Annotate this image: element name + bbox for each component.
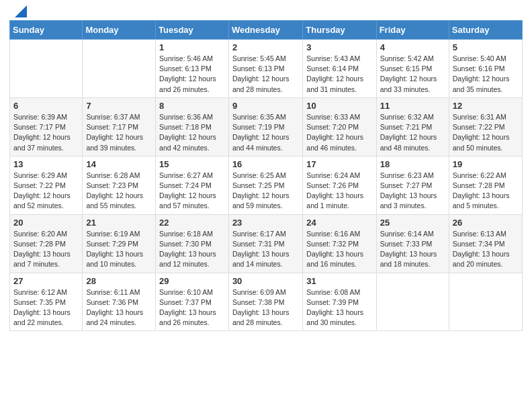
calendar-cell: 28Sunrise: 6:11 AM Sunset: 7:36 PM Dayli… [83, 273, 156, 331]
calendar-cell: 24Sunrise: 6:16 AM Sunset: 7:32 PM Dayli… [303, 214, 376, 273]
page-header [0, 0, 532, 20]
day-number: 14 [86, 159, 152, 169]
day-header-thursday: Thursday [303, 21, 376, 40]
day-info: Sunrise: 6:16 AM Sunset: 7:32 PM Dayligh… [306, 229, 372, 270]
calendar-cell: 20Sunrise: 6:20 AM Sunset: 7:28 PM Dayli… [10, 214, 83, 273]
day-info: Sunrise: 6:31 AM Sunset: 7:22 PM Dayligh… [453, 112, 519, 153]
day-number: 20 [13, 218, 79, 228]
day-number: 24 [306, 218, 372, 228]
calendar-cell: 6Sunrise: 6:39 AM Sunset: 7:17 PM Daylig… [10, 97, 83, 156]
day-info: Sunrise: 6:12 AM Sunset: 7:35 PM Dayligh… [13, 287, 79, 328]
day-header-saturday: Saturday [449, 21, 522, 40]
day-info: Sunrise: 6:08 AM Sunset: 7:39 PM Dayligh… [306, 287, 372, 328]
calendar-cell: 31Sunrise: 6:08 AM Sunset: 7:39 PM Dayli… [303, 273, 376, 331]
calendar-cell: 27Sunrise: 6:12 AM Sunset: 7:35 PM Dayli… [10, 273, 83, 331]
day-info: Sunrise: 6:09 AM Sunset: 7:38 PM Dayligh… [232, 287, 299, 328]
day-info: Sunrise: 6:33 AM Sunset: 7:20 PM Dayligh… [306, 112, 372, 153]
day-number: 9 [232, 101, 299, 111]
day-info: Sunrise: 5:40 AM Sunset: 6:16 PM Dayligh… [453, 54, 519, 95]
calendar-cell: 18Sunrise: 6:23 AM Sunset: 7:27 PM Dayli… [376, 156, 449, 214]
week-row: 1Sunrise: 5:46 AM Sunset: 6:13 PM Daylig… [10, 40, 523, 98]
day-number: 22 [159, 218, 225, 228]
calendar-cell: 26Sunrise: 6:13 AM Sunset: 7:34 PM Dayli… [449, 214, 522, 273]
calendar-cell: 23Sunrise: 6:17 AM Sunset: 7:31 PM Dayli… [228, 214, 302, 273]
day-info: Sunrise: 6:23 AM Sunset: 7:27 PM Dayligh… [380, 171, 445, 212]
calendar-cell: 12Sunrise: 6:31 AM Sunset: 7:22 PM Dayli… [449, 97, 522, 156]
day-info: Sunrise: 6:25 AM Sunset: 7:25 PM Dayligh… [232, 171, 299, 212]
calendar-cell: 19Sunrise: 6:22 AM Sunset: 7:28 PM Dayli… [449, 156, 522, 214]
day-info: Sunrise: 6:27 AM Sunset: 7:24 PM Dayligh… [159, 171, 225, 212]
day-info: Sunrise: 6:29 AM Sunset: 7:22 PM Dayligh… [13, 171, 79, 212]
day-number: 15 [159, 159, 225, 169]
day-info: Sunrise: 6:28 AM Sunset: 7:23 PM Dayligh… [86, 171, 152, 212]
day-number: 17 [306, 159, 372, 169]
day-number: 23 [232, 218, 299, 228]
day-info: Sunrise: 6:32 AM Sunset: 7:21 PM Dayligh… [380, 112, 445, 153]
calendar-cell [10, 40, 83, 98]
calendar-cell [83, 40, 156, 98]
day-info: Sunrise: 6:37 AM Sunset: 7:17 PM Dayligh… [86, 112, 152, 153]
day-info: Sunrise: 6:17 AM Sunset: 7:31 PM Dayligh… [232, 229, 299, 270]
day-number: 25 [380, 218, 445, 228]
day-number: 19 [453, 159, 519, 169]
day-info: Sunrise: 5:42 AM Sunset: 6:15 PM Dayligh… [380, 54, 445, 95]
day-number: 13 [13, 159, 79, 169]
day-info: Sunrise: 5:46 AM Sunset: 6:13 PM Dayligh… [159, 54, 225, 95]
calendar-cell: 16Sunrise: 6:25 AM Sunset: 7:25 PM Dayli… [228, 156, 302, 214]
day-number: 18 [380, 159, 445, 169]
calendar-header: SundayMondayTuesdayWednesdayThursdayFrid… [10, 21, 523, 40]
day-number: 4 [380, 42, 445, 52]
calendar-cell: 21Sunrise: 6:19 AM Sunset: 7:29 PM Dayli… [83, 214, 156, 273]
day-header-wednesday: Wednesday [228, 21, 302, 40]
day-header-friday: Friday [376, 21, 449, 40]
day-number: 30 [232, 276, 299, 286]
calendar-cell: 1Sunrise: 5:46 AM Sunset: 6:13 PM Daylig… [156, 40, 229, 98]
day-info: Sunrise: 5:43 AM Sunset: 6:14 PM Dayligh… [306, 54, 372, 95]
day-info: Sunrise: 6:14 AM Sunset: 7:33 PM Dayligh… [380, 229, 445, 270]
day-number: 21 [86, 218, 152, 228]
day-info: Sunrise: 6:13 AM Sunset: 7:34 PM Dayligh… [453, 229, 519, 270]
day-number: 31 [306, 276, 372, 286]
calendar-table: SundayMondayTuesdayWednesdayThursdayFrid… [9, 20, 523, 331]
svg-marker-0 [15, 5, 27, 17]
calendar-cell: 30Sunrise: 6:09 AM Sunset: 7:38 PM Dayli… [228, 273, 302, 331]
week-row: 13Sunrise: 6:29 AM Sunset: 7:22 PM Dayli… [10, 156, 523, 214]
day-header-sunday: Sunday [10, 21, 83, 40]
day-number: 7 [86, 101, 152, 111]
day-number: 6 [13, 101, 79, 111]
day-number: 10 [306, 101, 372, 111]
day-number: 28 [86, 276, 152, 286]
calendar-cell: 11Sunrise: 6:32 AM Sunset: 7:21 PM Dayli… [376, 97, 449, 156]
day-info: Sunrise: 6:35 AM Sunset: 7:19 PM Dayligh… [232, 112, 299, 153]
calendar-cell: 5Sunrise: 5:40 AM Sunset: 6:16 PM Daylig… [449, 40, 522, 98]
calendar-cell: 29Sunrise: 6:10 AM Sunset: 7:37 PM Dayli… [156, 273, 229, 331]
calendar-cell: 9Sunrise: 6:35 AM Sunset: 7:19 PM Daylig… [228, 97, 302, 156]
calendar-cell: 2Sunrise: 5:45 AM Sunset: 6:13 PM Daylig… [228, 40, 302, 98]
calendar-cell: 3Sunrise: 5:43 AM Sunset: 6:14 PM Daylig… [303, 40, 376, 98]
calendar-cell: 13Sunrise: 6:29 AM Sunset: 7:22 PM Dayli… [10, 156, 83, 214]
logo [13, 11, 27, 15]
day-number: 16 [232, 159, 299, 169]
calendar-cell: 8Sunrise: 6:36 AM Sunset: 7:18 PM Daylig… [156, 97, 229, 156]
calendar-cell: 15Sunrise: 6:27 AM Sunset: 7:24 PM Dayli… [156, 156, 229, 214]
day-info: Sunrise: 6:11 AM Sunset: 7:36 PM Dayligh… [86, 287, 152, 328]
day-info: Sunrise: 6:39 AM Sunset: 7:17 PM Dayligh… [13, 112, 79, 153]
calendar-cell: 25Sunrise: 6:14 AM Sunset: 7:33 PM Dayli… [376, 214, 449, 273]
calendar-cell: 7Sunrise: 6:37 AM Sunset: 7:17 PM Daylig… [83, 97, 156, 156]
day-number: 11 [380, 101, 445, 111]
day-number: 3 [306, 42, 372, 52]
day-number: 29 [159, 276, 225, 286]
day-number: 1 [159, 42, 225, 52]
calendar-cell: 14Sunrise: 6:28 AM Sunset: 7:23 PM Dayli… [83, 156, 156, 214]
day-info: Sunrise: 6:24 AM Sunset: 7:26 PM Dayligh… [306, 171, 372, 212]
day-number: 12 [453, 101, 519, 111]
day-info: Sunrise: 6:22 AM Sunset: 7:28 PM Dayligh… [453, 171, 519, 212]
day-number: 26 [453, 218, 519, 228]
day-header-monday: Monday [83, 21, 156, 40]
day-info: Sunrise: 6:10 AM Sunset: 7:37 PM Dayligh… [159, 287, 225, 328]
week-row: 6Sunrise: 6:39 AM Sunset: 7:17 PM Daylig… [10, 97, 523, 156]
calendar-cell: 10Sunrise: 6:33 AM Sunset: 7:20 PM Dayli… [303, 97, 376, 156]
day-number: 2 [232, 42, 299, 52]
week-row: 27Sunrise: 6:12 AM Sunset: 7:35 PM Dayli… [10, 273, 523, 331]
day-info: Sunrise: 6:19 AM Sunset: 7:29 PM Dayligh… [86, 229, 152, 270]
